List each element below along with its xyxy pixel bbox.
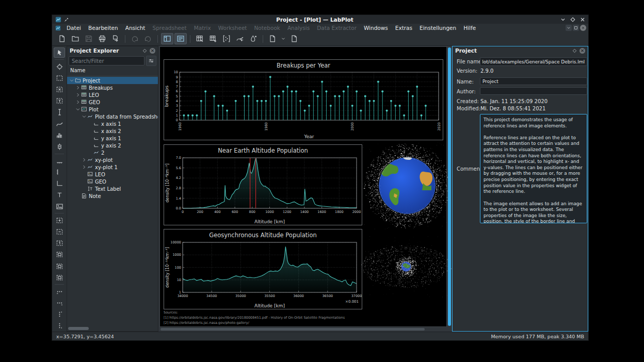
menu-windows[interactable]: Windows [360, 25, 392, 31]
chart-breakups[interactable]: Breakups per Year 0123456789101960198020… [164, 59, 443, 140]
add-xy-curve-button[interactable] [54, 119, 65, 129]
zoom-origin-button[interactable] [54, 238, 65, 249]
add-histogram-button[interactable] [54, 130, 65, 140]
pin-icon[interactable] [64, 17, 69, 22]
tree-item-geo[interactable]: GEO [67, 98, 158, 106]
zoom-out-button[interactable] [54, 226, 65, 237]
toggle-properties-explorer-button[interactable] [174, 33, 187, 44]
hscroll-thumb[interactable] [160, 328, 425, 331]
zoom-fit-page-button[interactable] [54, 250, 65, 260]
import-data-button[interactable] [194, 33, 206, 44]
zoom-select-tool-button[interactable] [54, 73, 65, 83]
shift-down-y-button[interactable] [54, 321, 65, 331]
comment-field[interactable]: This project demonstrates the usage of r… [480, 114, 587, 223]
new-worksheet-button[interactable] [266, 33, 279, 44]
minimize-button[interactable] [560, 17, 566, 22]
zoom-fit-height-button[interactable] [54, 272, 65, 283]
tree-item-note[interactable]: Note [67, 192, 158, 200]
add-image-button[interactable] [54, 201, 65, 211]
open-file-button[interactable] [69, 33, 82, 44]
search-input[interactable] [69, 56, 144, 65]
new-matrix-button[interactable] [220, 33, 233, 44]
color-theme-button[interactable] [247, 33, 260, 44]
file-name-field[interactable] [480, 57, 587, 66]
tree-item-xy-plot[interactable]: xy-plot [67, 156, 158, 163]
chart-geo[interactable]: Geosynchronous Altitude Population 11010… [164, 229, 362, 309]
tree-item-x-axis-1[interactable]: x axis 1 [67, 120, 158, 127]
tree-item-leo[interactable]: LEO [67, 91, 158, 98]
add-axis-custom-button[interactable] [54, 178, 65, 189]
menu-einstellungen[interactable]: Einstellungen [416, 25, 460, 31]
add-axis-vertical-button[interactable] [54, 167, 65, 177]
menu-datei[interactable]: Datei [63, 25, 85, 31]
author-field[interactable] [480, 87, 587, 95]
tree-item-plot[interactable]: Plot [67, 106, 158, 113]
zoom-x-select-tool-button[interactable] [54, 84, 65, 94]
tree-item-2[interactable]: 2 [67, 149, 158, 156]
collapse-icon[interactable] [75, 107, 81, 111]
zoom-fit-width-button[interactable] [54, 261, 65, 271]
cursor-tool-button[interactable] [54, 107, 65, 118]
expand-icon[interactable] [75, 100, 81, 104]
pointer-tool-button[interactable] [54, 47, 65, 58]
new-spreadsheet-button[interactable] [207, 33, 219, 44]
tree-item-project[interactable]: Project [67, 77, 158, 84]
print-preview-button[interactable] [109, 33, 122, 44]
tree-item-y-axis-2[interactable]: y axis 2 [67, 142, 158, 149]
menu-hilfe[interactable]: Hilfe [460, 25, 479, 31]
tree-item-plot-data-from-spreadsheet[interactable]: Plot data from Spreadsheet [67, 113, 158, 120]
zoom-in-button[interactable] [54, 215, 65, 225]
tree-item-text-label[interactable]: Text Label [67, 185, 158, 192]
shift-up-y-button[interactable] [54, 309, 65, 320]
collapse-icon[interactable] [69, 78, 74, 83]
expand-icon[interactable] [82, 158, 87, 162]
worksheet-view[interactable]: Breakups per Year 0123456789101960198020… [159, 46, 447, 327]
float-properties-button[interactable] [572, 48, 577, 53]
tree-item-breakups[interactable]: Breakups [67, 84, 158, 91]
maximize-button[interactable] [570, 17, 575, 22]
collapse-icon[interactable] [82, 114, 87, 119]
tree-column-header[interactable]: Name [67, 67, 158, 76]
add-text-label-button[interactable] [54, 190, 65, 200]
data-extractor-button[interactable] [234, 33, 246, 44]
name-field[interactable] [480, 77, 587, 85]
mdi-restore-button[interactable] [573, 25, 579, 31]
new-note-button[interactable] [288, 33, 300, 44]
expand-icon[interactable] [75, 86, 81, 90]
navigate-tool-button[interactable] [54, 61, 65, 72]
expand-icon[interactable] [82, 165, 87, 169]
shift-right-x-button[interactable] [54, 298, 65, 308]
add-boxplot-button[interactable] [54, 141, 65, 152]
worksheet-hscrollbar[interactable] [159, 327, 447, 331]
tree-item-geo[interactable]: GEO [67, 178, 158, 185]
toggle-project-explorer-button[interactable] [161, 33, 173, 44]
close-panel-button[interactable]: × [150, 48, 155, 54]
sources-text-label[interactable]: Sources:[1] https://orbitaldebris.jsc.na… [164, 310, 345, 325]
tree-item-x-axis-2[interactable]: x axis 2 [67, 127, 158, 135]
tree-item-y-axis-1[interactable]: y axis 1 [67, 135, 158, 142]
new-worksheet-menu-button[interactable] [280, 33, 287, 44]
print-button[interactable] [96, 33, 108, 44]
geo-debris-image[interactable] [359, 235, 455, 300]
expand-icon[interactable] [75, 93, 81, 97]
close-button[interactable] [580, 17, 585, 22]
worksheet-vscrollbar[interactable] [447, 46, 452, 327]
tree-item-leo[interactable]: LEO [67, 171, 158, 178]
chart-near-earth[interactable]: Near Earth Altitude Population 0.01.42.8… [164, 144, 362, 225]
menu-ansicht[interactable]: Ansicht [122, 25, 149, 31]
menu-extras[interactable]: Extras [392, 25, 416, 31]
filter-options-button[interactable] [146, 56, 156, 66]
add-axis-horizontal-button[interactable] [54, 155, 65, 166]
shift-left-x-button[interactable] [54, 286, 65, 297]
mdi-minimize-button[interactable] [566, 25, 572, 31]
menu-bearbeiten[interactable]: Bearbeiten [85, 25, 122, 31]
mdi-close-button[interactable] [580, 25, 586, 31]
new-file-button[interactable] [56, 33, 68, 44]
explorer-hscroll-thumb[interactable] [68, 327, 89, 330]
close-properties-button[interactable]: × [579, 48, 585, 54]
tree-item-xy-plot-1[interactable]: xy-plot 1 [67, 163, 158, 171]
leo-debris-image[interactable] [362, 142, 452, 229]
zoom-y-select-tool-button[interactable] [54, 96, 65, 106]
vscroll-thumb[interactable] [448, 47, 451, 326]
float-panel-button[interactable] [142, 48, 147, 53]
